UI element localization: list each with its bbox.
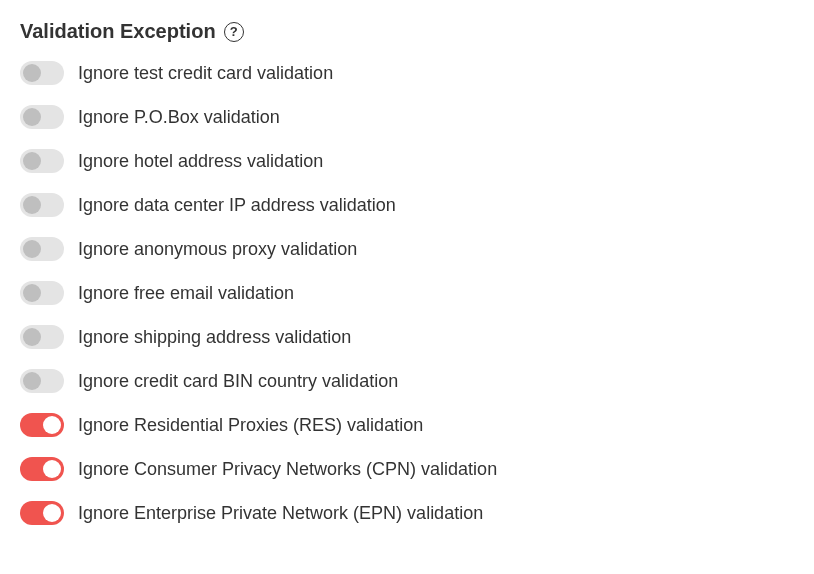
section-header: Validation Exception ? [20, 20, 794, 43]
toggle-knob [23, 328, 41, 346]
toggle-row: Ignore data center IP address validation [20, 193, 794, 217]
toggle-switch[interactable] [20, 369, 64, 393]
toggle-knob [23, 108, 41, 126]
toggle-knob [43, 416, 61, 434]
toggle-row: Ignore Consumer Privacy Networks (CPN) v… [20, 457, 794, 481]
toggle-knob [23, 284, 41, 302]
toggle-label: Ignore free email validation [78, 283, 294, 304]
toggle-switch[interactable] [20, 457, 64, 481]
toggle-switch[interactable] [20, 149, 64, 173]
toggle-list: Ignore test credit card validationIgnore… [20, 61, 794, 525]
toggle-knob [23, 196, 41, 214]
toggle-knob [23, 240, 41, 258]
toggle-knob [43, 504, 61, 522]
toggle-label: Ignore data center IP address validation [78, 195, 396, 216]
toggle-row: Ignore anonymous proxy validation [20, 237, 794, 261]
toggle-switch[interactable] [20, 281, 64, 305]
toggle-row: Ignore Residential Proxies (RES) validat… [20, 413, 794, 437]
toggle-knob [43, 460, 61, 478]
toggle-row: Ignore shipping address validation [20, 325, 794, 349]
toggle-switch[interactable] [20, 61, 64, 85]
toggle-switch[interactable] [20, 325, 64, 349]
toggle-label: Ignore credit card BIN country validatio… [78, 371, 398, 392]
toggle-label: Ignore Consumer Privacy Networks (CPN) v… [78, 459, 497, 480]
toggle-switch[interactable] [20, 105, 64, 129]
toggle-label: Ignore shipping address validation [78, 327, 351, 348]
toggle-knob [23, 64, 41, 82]
toggle-row: Ignore P.O.Box validation [20, 105, 794, 129]
toggle-label: Ignore Residential Proxies (RES) validat… [78, 415, 423, 436]
toggle-label: Ignore P.O.Box validation [78, 107, 280, 128]
toggle-switch[interactable] [20, 413, 64, 437]
help-icon[interactable]: ? [224, 22, 244, 42]
toggle-label: Ignore hotel address validation [78, 151, 323, 172]
toggle-switch[interactable] [20, 501, 64, 525]
toggle-row: Ignore free email validation [20, 281, 794, 305]
toggle-row: Ignore test credit card validation [20, 61, 794, 85]
toggle-switch[interactable] [20, 237, 64, 261]
toggle-row: Ignore Enterprise Private Network (EPN) … [20, 501, 794, 525]
toggle-switch[interactable] [20, 193, 64, 217]
toggle-label: Ignore anonymous proxy validation [78, 239, 357, 260]
section-title: Validation Exception [20, 20, 216, 43]
toggle-label: Ignore test credit card validation [78, 63, 333, 84]
toggle-label: Ignore Enterprise Private Network (EPN) … [78, 503, 483, 524]
toggle-knob [23, 372, 41, 390]
toggle-row: Ignore credit card BIN country validatio… [20, 369, 794, 393]
toggle-row: Ignore hotel address validation [20, 149, 794, 173]
toggle-knob [23, 152, 41, 170]
